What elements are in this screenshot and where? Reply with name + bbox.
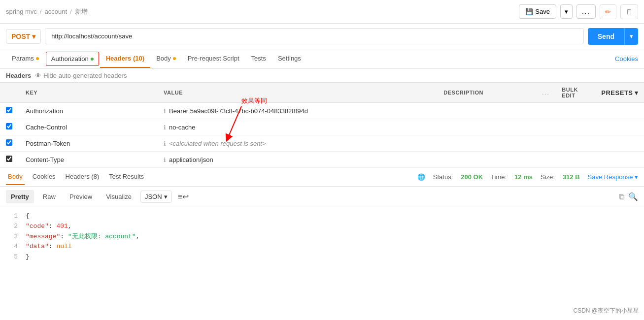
tab-tests-label: Tests <box>251 55 266 62</box>
resp-status: 🌐 Status: 200 OK Time: 12 ms Size: 312 B… <box>417 173 638 181</box>
send-dropdown-button[interactable]: ▾ <box>624 28 638 45</box>
send-group: Send ▾ <box>588 28 638 45</box>
status-label: Status: <box>433 173 453 181</box>
top-actions: 💾 Save ▾ ... ✏ 🗒 <box>519 4 638 19</box>
row-checkbox[interactable] <box>6 123 12 129</box>
format-preview[interactable]: Preview <box>65 190 97 203</box>
tab-settings-label: Settings <box>278 55 301 62</box>
resp-tab-cookies[interactable]: Cookies <box>31 169 58 185</box>
response-body-bar: Pretty Raw Preview Visualize JSON ▾ ≡↩ ⧉… <box>0 187 644 207</box>
format-raw[interactable]: Raw <box>38 190 61 203</box>
code-area: 1{2 "code": 401,3 "message": "无此权限: acco… <box>0 207 644 266</box>
cookies-link[interactable]: Cookies <box>615 55 638 63</box>
tab-tests[interactable]: Tests <box>245 50 272 68</box>
row-key: Cache-Control <box>20 119 158 135</box>
tabs-row: Params Authorization Headers (10) Body P… <box>0 49 644 69</box>
tab-body[interactable]: Body <box>150 50 182 68</box>
save-dropdown-button[interactable]: ▾ <box>560 4 573 19</box>
line-content: "code": 401, <box>26 222 72 232</box>
method-label: POST <box>11 32 30 40</box>
tab-settings[interactable]: Settings <box>272 50 307 68</box>
resp-tab-headers[interactable]: Headers (8) <box>64 169 102 185</box>
row-description <box>438 119 536 135</box>
json-label: JSON <box>145 193 162 200</box>
copy-icon[interactable]: ⧉ <box>619 192 624 201</box>
breadcrumb-part1: spring mvc <box>6 8 37 15</box>
info-icon[interactable]: ℹ <box>164 124 166 131</box>
headers-table: KEY VALUE DESCRIPTION ... Bulk Edit Pres… <box>0 83 644 168</box>
method-select[interactable]: POST ▾ <box>6 29 41 44</box>
json-chevron: ▾ <box>164 193 168 200</box>
row-description <box>438 135 536 152</box>
col-header-bulk: Bulk Edit <box>556 83 595 103</box>
headers-label: Headers <box>6 72 31 79</box>
format-pretty[interactable]: Pretty <box>6 190 34 203</box>
top-bar: spring mvc / account / 新增 💾 Save ▾ ... ✏… <box>0 0 644 24</box>
size-label: Size: <box>541 173 555 181</box>
table-row: Cache-Controlℹno-cache <box>0 119 644 135</box>
info-icon[interactable]: ℹ <box>164 140 166 147</box>
headers-subrow: Headers 👁 Hide auto-generated headers <box>0 69 644 83</box>
line-number: 4 <box>4 242 18 252</box>
breadcrumb-sep1: / <box>40 8 42 15</box>
more-button[interactable]: ... <box>576 4 596 19</box>
url-input[interactable] <box>45 28 584 44</box>
code-line: 1{ <box>0 211 644 222</box>
row-value: ℹ<calculated when request is sent> <box>158 135 438 152</box>
row-key: Authorization <box>20 103 158 119</box>
col-header-value: VALUE <box>158 83 438 103</box>
resp-tab-body[interactable]: Body <box>6 169 25 185</box>
status-value: 200 OK <box>461 173 483 181</box>
row-checkbox[interactable] <box>6 139 12 146</box>
code-line: 2 "code": 401, <box>0 222 644 232</box>
presets-chevron: ▾ <box>635 89 639 96</box>
note-icon-button[interactable]: 🗒 <box>620 4 638 19</box>
save-response-link[interactable]: Save Response ▾ <box>588 173 638 181</box>
save-disk-icon: 💾 <box>525 8 533 15</box>
tab-headers-label: Headers <box>106 55 131 62</box>
line-content: "message": "无此权限: account", <box>26 232 139 242</box>
col-header-presets: Presets ▾ <box>595 83 644 103</box>
breadcrumb-part3: 新增 <box>75 7 88 16</box>
method-chevron: ▾ <box>32 32 35 40</box>
row-checkbox[interactable] <box>6 107 12 113</box>
line-content: "data": null <box>26 242 72 252</box>
edit-icon-button[interactable]: ✏ <box>600 4 616 19</box>
breadcrumb-part2: account <box>44 8 67 15</box>
save-button[interactable]: 💾 Save <box>519 4 556 19</box>
row-value: ℹapplication/json <box>158 152 438 168</box>
tab-pre-request[interactable]: Pre-request Script <box>182 50 245 68</box>
row-description <box>438 152 536 168</box>
info-icon[interactable]: ℹ <box>164 157 166 163</box>
line-number: 1 <box>4 211 18 222</box>
tab-pre-request-label: Pre-request Script <box>188 55 239 62</box>
code-line: 4 "data": null <box>0 242 644 252</box>
row-checkbox[interactable] <box>6 156 12 162</box>
tab-authorization[interactable]: Authorization <box>46 52 99 66</box>
save-label: Save <box>535 8 550 15</box>
time-value: 12 ms <box>514 173 533 181</box>
hide-headers-button[interactable]: 👁 Hide auto-generated headers <box>35 72 127 79</box>
params-dot <box>36 57 39 60</box>
row-key: Postman-Token <box>20 135 158 152</box>
format-visualize[interactable]: Visualize <box>101 190 136 203</box>
row-value: ℹno-cache <box>158 119 438 135</box>
send-button[interactable]: Send <box>588 28 624 45</box>
tab-params-label: Params <box>12 55 34 62</box>
eye-icon: 👁 <box>35 72 41 79</box>
code-line: 5} <box>0 252 644 262</box>
resp-tab-test-results[interactable]: Test Results <box>107 169 146 185</box>
line-number: 3 <box>4 232 18 242</box>
line-content: } <box>26 252 30 262</box>
tab-headers[interactable]: Headers (10) <box>100 50 150 68</box>
code-line: 3 "message": "无此权限: account", <box>0 232 644 242</box>
search-icon[interactable]: 🔍 <box>628 192 638 201</box>
presets-dropdown[interactable]: Presets ▾ <box>601 89 638 96</box>
headers-section: KEY VALUE DESCRIPTION ... Bulk Edit Pres… <box>0 83 644 168</box>
wrap-icon[interactable]: ≡↩ <box>178 192 189 201</box>
tab-params[interactable]: Params <box>6 50 45 68</box>
row-key: Content-Type <box>20 152 158 168</box>
info-icon[interactable]: ℹ <box>164 108 166 115</box>
json-format-dropdown[interactable]: JSON ▾ <box>140 191 172 203</box>
hide-headers-label: Hide auto-generated headers <box>43 72 127 79</box>
